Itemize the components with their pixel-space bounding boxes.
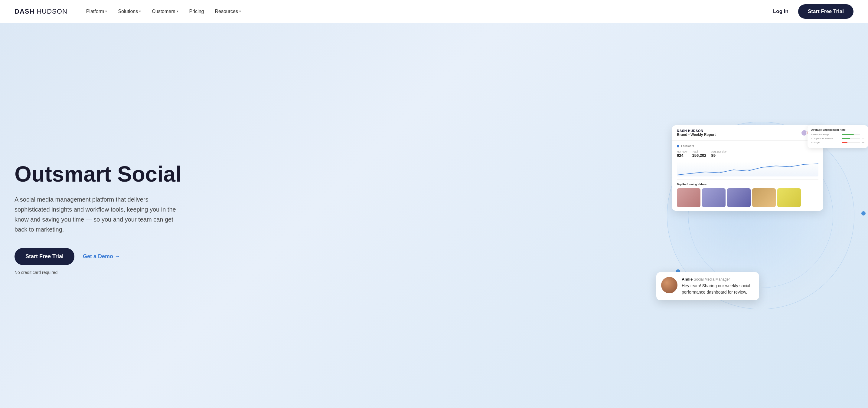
followers-section-title: Followers <box>677 144 818 148</box>
dashboard-header: DASH HUDSON Brand - Weekly Report <box>672 125 823 141</box>
chat-name: Andie <box>682 277 692 282</box>
brand-logo[interactable]: DASH HUDSON <box>14 7 67 16</box>
engagement-bar-3 <box>842 142 860 143</box>
video-thumb-2 <box>702 188 725 207</box>
engagement-row-3: Change — <box>811 141 864 144</box>
chevron-down-icon: ▾ <box>239 9 241 13</box>
chat-content: Andie Social Media Manager Hey team! Sha… <box>682 277 754 295</box>
chevron-down-icon: ▾ <box>105 9 107 13</box>
dashboard-logo: DASH HUDSON <box>677 129 716 133</box>
engagement-bar-1 <box>842 134 860 135</box>
nav-item-solutions[interactable]: Solutions ▾ <box>114 6 145 17</box>
navbar-cta-button[interactable]: Start Free Trial <box>798 4 854 19</box>
stat-net-new: Net New 624 <box>677 150 687 158</box>
chevron-down-icon: ▾ <box>139 9 141 13</box>
mini-chart <box>677 161 818 176</box>
engagement-bar-2 <box>842 138 860 139</box>
chat-avatar <box>661 277 678 293</box>
chat-message: Hey team! Sharing our weekly social perf… <box>682 283 754 295</box>
hero-description: A social media management platform that … <box>14 195 184 235</box>
nav-item-pricing[interactable]: Pricing <box>185 6 208 17</box>
videos-grid <box>677 188 818 207</box>
chat-role: Social Media Manager <box>694 277 730 282</box>
hero-content: Outsmart Social A social media managemen… <box>14 156 184 275</box>
stat-total: Total 156,202 <box>692 150 707 158</box>
navbar: DASH HUDSON Platform ▾ Solutions ▾ Custo… <box>0 0 868 23</box>
nav-item-customers[interactable]: Customers ▾ <box>148 6 182 17</box>
chat-popup: Andie Social Media Manager Hey team! Sha… <box>656 272 759 300</box>
video-thumb-1 <box>677 188 701 207</box>
section-dot <box>677 145 679 147</box>
login-button[interactable]: Log In <box>769 6 792 17</box>
nav-links: Platform ▾ Solutions ▾ Customers ▾ Prici… <box>82 6 769 17</box>
hero-cta-primary-button[interactable]: Start Free Trial <box>14 248 74 265</box>
stat-avg: Avg. per day 89 <box>711 150 726 158</box>
nav-item-platform[interactable]: Platform ▾ <box>82 6 112 17</box>
no-credit-text: No credit card required <box>14 270 184 275</box>
videos-title: Top Performing Videos <box>677 183 818 186</box>
engagement-panel: Average Engagement Rate Industry Average… <box>807 125 868 148</box>
hero-visual: DASH HUDSON Brand - Weekly Report Follow… <box>647 113 868 318</box>
dashboard-stats: Net New 624 Total 156,202 Avg. per day 8… <box>677 150 818 158</box>
hero-buttons: Start Free Trial Get a Demo → <box>14 248 184 265</box>
navbar-actions: Log In Start Free Trial <box>769 4 854 19</box>
engagement-row-1: Industry Average — <box>811 133 864 136</box>
hero-title: Outsmart Social <box>14 162 184 186</box>
engagement-row-2: Competitors Median — <box>811 137 864 140</box>
chevron-down-icon: ▾ <box>177 9 179 13</box>
hero-cta-secondary-link[interactable]: Get a Demo → <box>83 253 120 260</box>
dashboard-card: DASH HUDSON Brand - Weekly Report Follow… <box>672 125 823 211</box>
engagement-title: Average Engagement Rate <box>811 128 864 132</box>
video-thumb-4 <box>752 188 776 207</box>
nav-item-resources[interactable]: Resources ▾ <box>211 6 245 17</box>
hero-section: Outsmart Social A social media managemen… <box>0 23 868 408</box>
decorative-dot-3 <box>861 211 866 215</box>
dashboard-report-title: Brand - Weekly Report <box>677 133 716 137</box>
video-thumb-3 <box>727 188 751 207</box>
videos-section: Top Performing Videos <box>677 179 818 207</box>
video-thumb-5 <box>777 188 801 207</box>
dashboard-body: Followers Net New 624 Total 156,202 Avg.… <box>672 141 823 211</box>
avatar-image <box>661 277 678 293</box>
